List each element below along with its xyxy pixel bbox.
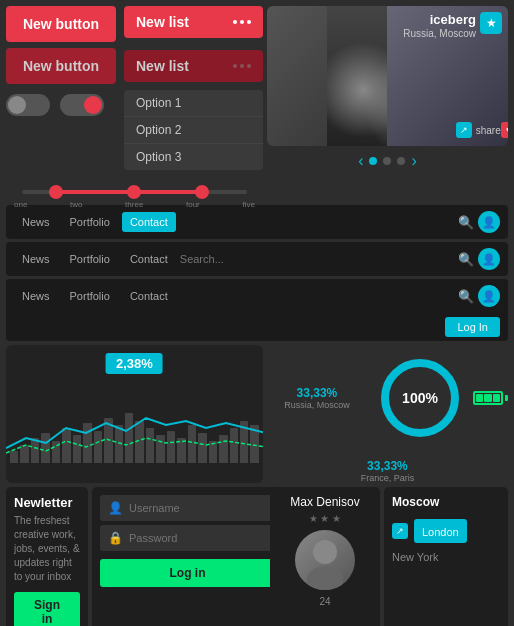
login-submit-button[interactable]: Log in <box>100 559 275 587</box>
new-button-dark[interactable]: New button <box>6 48 116 84</box>
range-thumb-mid[interactable] <box>127 185 141 199</box>
donut-section: 33,33% Russia, Moscow 100% <box>267 345 508 483</box>
london-label: London <box>422 526 459 538</box>
range-label-3: three <box>125 200 143 209</box>
range-labels: one two three four five <box>14 200 255 209</box>
bottom-right: Max Denisov ★ ★ ★ 24 Moscow ↗ London <box>270 487 508 626</box>
nav-news-3[interactable]: News <box>14 286 58 306</box>
nav-section: News Portfolio Contact 🔍 👤 News Portfoli… <box>6 205 508 341</box>
dropdown-menu: Option 1 Option 2 Option 3 <box>124 90 263 170</box>
location-item-newyork[interactable]: New York <box>392 547 500 567</box>
location-panel: Moscow ↗ London New York <box>384 487 508 626</box>
battery-icon <box>473 391 508 405</box>
favorite-button[interactable]: ♥ favorite <box>501 122 508 138</box>
battery-body <box>473 391 503 405</box>
share-icon: ↗ <box>456 122 472 138</box>
image-card: ★ iceberg Russia, Moscow ↗ share ♥ favor… <box>267 6 508 146</box>
password-input[interactable] <box>129 532 267 544</box>
svg-point-2 <box>313 540 337 564</box>
card-star-icon[interactable]: ★ <box>480 12 502 34</box>
heart-icon: ♥ <box>501 122 508 138</box>
profile-stars: ★ ★ ★ <box>309 513 342 524</box>
search-icon-3[interactable]: 🔍 <box>458 289 474 304</box>
nav-portfolio-2[interactable]: Portfolio <box>62 249 118 269</box>
stat-right-label: France, Paris <box>361 473 415 483</box>
dropdown-option-1[interactable]: Option 1 <box>124 90 263 117</box>
nav-portfolio-3[interactable]: Portfolio <box>62 286 118 306</box>
middle-section: 2,38% 33,33% Russia, Moscow <box>6 345 508 483</box>
slider-section: one two three four five <box>6 174 263 225</box>
user-icon-2[interactable]: 👤 <box>478 248 500 270</box>
dots-icon <box>233 20 251 24</box>
nav-news-2[interactable]: News <box>14 249 58 269</box>
card-subtitle: Russia, Moscow <box>403 28 476 39</box>
dropdown-header-primary[interactable]: New list <box>124 6 263 38</box>
stat-right-value: 33,33% <box>361 459 415 473</box>
newyork-label: New York <box>392 551 438 563</box>
nav-contact-2[interactable]: Contact <box>122 249 176 269</box>
dropdown-header-dark[interactable]: New list <box>124 50 263 82</box>
login-form-panel: 👤 🔒 Log in <box>92 487 283 626</box>
carousel-dot-2[interactable] <box>383 157 391 165</box>
dropdown-column: New list New list Option 1 Option 2 <box>124 6 263 170</box>
search-icon-1[interactable]: 🔍 <box>458 215 474 230</box>
london-active-label[interactable]: London <box>414 519 467 543</box>
dropdown-option-2[interactable]: Option 2 <box>124 117 263 144</box>
profile-panel: Max Denisov ★ ★ ★ 24 <box>270 487 380 626</box>
carousel-dot-1[interactable] <box>369 157 377 165</box>
top-left-panel: New button New button New list <box>6 6 263 201</box>
carousel-dots: ‹ › <box>267 152 508 170</box>
carousel-prev[interactable]: ‹ <box>358 152 363 170</box>
button-column: New button New button <box>6 6 116 170</box>
range-thumb-right[interactable] <box>195 185 209 199</box>
password-field: 🔒 <box>100 525 275 551</box>
location-item-london[interactable]: ↗ London <box>392 515 500 547</box>
search-icon-2[interactable]: 🔍 <box>458 252 474 267</box>
slider-wrapper: one two three four five <box>14 180 255 219</box>
new-button-primary[interactable]: New button <box>6 6 116 42</box>
top-section: New button New button New list <box>6 6 508 201</box>
dropdown-dark-label: New list <box>136 58 189 74</box>
avatar-svg <box>295 530 355 590</box>
location-title: Moscow <box>392 495 500 509</box>
dots-icon-dark <box>233 64 251 68</box>
profile-name: Max Denisov <box>290 495 359 509</box>
signup-title: Newletter <box>14 495 80 510</box>
toggle-off[interactable] <box>6 94 50 116</box>
navbar-2: News Portfolio Contact 🔍 👤 <box>6 242 508 276</box>
battery-cap <box>505 395 508 401</box>
dropdown-option-3[interactable]: Option 3 <box>124 144 263 170</box>
login-row: Log In <box>6 313 508 341</box>
navbar-3: News Portfolio Contact 🔍 👤 <box>6 279 508 313</box>
toggle-row <box>6 94 116 116</box>
chart-section: 2,38% <box>6 345 263 483</box>
card-title: iceberg <box>430 12 476 27</box>
range-thumb-left[interactable] <box>49 185 63 199</box>
profile-age: 24 <box>319 596 330 607</box>
image-card-bg: ★ iceberg Russia, Moscow ↗ share ♥ favor… <box>267 6 508 146</box>
login-button[interactable]: Log In <box>445 317 500 337</box>
card-actions: ↗ share ♥ favorite <box>448 122 508 138</box>
username-field: 👤 <box>100 495 275 521</box>
battery-seg-2 <box>484 394 491 402</box>
signin-button[interactable]: Sign in <box>14 592 80 626</box>
battery-seg-3 <box>493 394 500 402</box>
user-icon-3[interactable]: 👤 <box>478 285 500 307</box>
donut-wrapper: 33,33% Russia, Moscow 100% <box>267 345 508 483</box>
buttons-dropdown-row: New button New button New list <box>6 6 263 170</box>
profile-avatar <box>295 530 355 590</box>
range-track <box>22 190 247 194</box>
share-button[interactable]: ↗ share <box>456 122 501 138</box>
navbar-3-wrapper: News Portfolio Contact 🔍 👤 Log In <box>6 279 508 341</box>
carousel-next[interactable]: › <box>411 152 416 170</box>
stat-left-value: 33,33% <box>267 386 367 400</box>
card-overlay: ★ iceberg Russia, Moscow ↗ share ♥ favor… <box>387 6 508 146</box>
donut-center-label: 100% <box>402 390 438 406</box>
user-icon-1[interactable]: 👤 <box>478 211 500 233</box>
username-input[interactable] <box>129 502 267 514</box>
donut-stat-right: 33,33% France, Paris <box>361 459 415 483</box>
search-input[interactable] <box>180 253 454 265</box>
carousel-dot-3[interactable] <box>397 157 405 165</box>
toggle-on[interactable] <box>60 94 104 116</box>
nav-contact-3[interactable]: Contact <box>122 286 176 306</box>
